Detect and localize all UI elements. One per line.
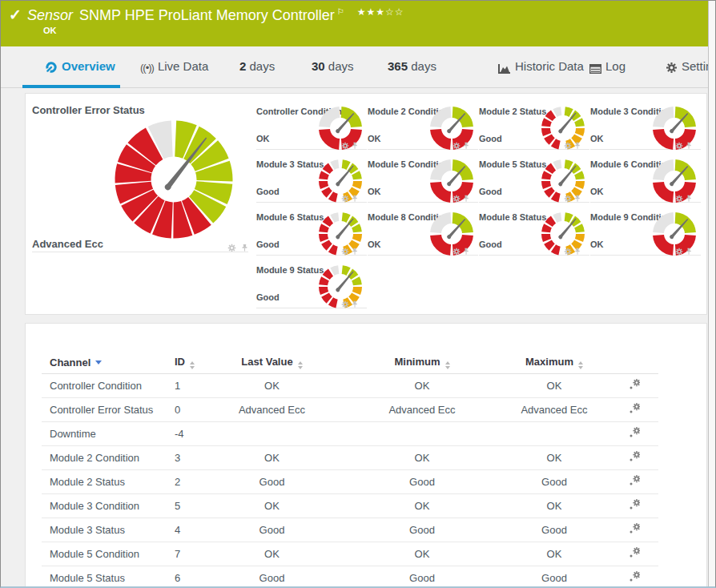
cell-minimum: Advanced Ecc bbox=[346, 398, 498, 422]
pin-icon[interactable] bbox=[351, 297, 360, 307]
pin-icon[interactable] bbox=[351, 244, 360, 254]
gauge-cell: Module 5 ConditionOK bbox=[368, 150, 478, 203]
wrench-icon[interactable] bbox=[629, 451, 640, 465]
gear-icon[interactable] bbox=[564, 191, 573, 201]
gear-icon[interactable] bbox=[564, 244, 573, 254]
pin-icon[interactable] bbox=[462, 139, 472, 148]
cell-spacer bbox=[322, 566, 346, 588]
gauge-cell: Module 2 StatusGood bbox=[479, 97, 589, 150]
pin-icon[interactable] bbox=[685, 191, 694, 201]
pin-icon[interactable] bbox=[685, 139, 694, 148]
cell-last-value: Good bbox=[222, 470, 322, 494]
sort-icon bbox=[190, 361, 195, 369]
priority-stars[interactable]: ★★★☆☆ bbox=[357, 6, 404, 18]
prtg-window: ✓ SensorSNMP HPE ProLiant Memory Control… bbox=[0, 0, 716, 588]
cell-maximum: Good bbox=[498, 518, 610, 542]
cell-maximum bbox=[498, 422, 610, 446]
tab-2-days[interactable]: 2 days bbox=[239, 59, 275, 73]
gear-icon[interactable] bbox=[341, 297, 351, 307]
gear-icon[interactable] bbox=[453, 244, 462, 254]
tab-overview[interactable]: Overview bbox=[45, 59, 115, 76]
cell-channel: Downtime bbox=[42, 422, 174, 446]
cell-minimum: OK bbox=[346, 494, 498, 518]
wrench-icon[interactable] bbox=[629, 523, 640, 537]
gear-icon bbox=[666, 62, 678, 76]
table-row: Module 2 Status2GoodGoodGood bbox=[42, 470, 658, 494]
cell-last-value: Good bbox=[222, 566, 322, 588]
sort-icon bbox=[298, 361, 303, 369]
wrench-icon[interactable] bbox=[629, 427, 640, 441]
pin-icon[interactable] bbox=[573, 244, 583, 254]
sort-icon bbox=[445, 361, 450, 369]
gear-icon[interactable] bbox=[453, 191, 462, 201]
gear-icon[interactable] bbox=[341, 139, 351, 148]
gauge-cell-title: Module 3 Status bbox=[256, 159, 324, 169]
table-row: Controller Error Status0Advanced EccAdva… bbox=[42, 398, 658, 422]
gear-icon[interactable] bbox=[453, 139, 462, 148]
cell-channel: Module 3 Status bbox=[42, 518, 174, 542]
table-row: Module 5 Condition7OKOKOK bbox=[42, 542, 658, 566]
cell-spacer bbox=[322, 542, 346, 566]
gear-icon[interactable] bbox=[675, 244, 685, 254]
gear-icon[interactable] bbox=[227, 241, 237, 251]
gauge-cell-value: Good bbox=[479, 240, 502, 249]
gauge-cell-title: Module 5 Status bbox=[479, 159, 546, 169]
cell-spacer bbox=[322, 470, 346, 494]
cell-spacer bbox=[322, 374, 346, 398]
cell-maximum: OK bbox=[498, 374, 610, 398]
tab-live-data[interactable]: ((•))Live Data bbox=[140, 59, 208, 75]
col-header-id[interactable]: ID bbox=[174, 351, 222, 374]
wrench-icon[interactable] bbox=[629, 571, 640, 585]
sensor-kind-label: Sensor bbox=[27, 7, 73, 23]
cell-spacer bbox=[322, 446, 346, 470]
gauge-cell-title: Module 9 Status bbox=[256, 265, 324, 275]
gauge-cell-title: Module 6 Status bbox=[256, 212, 324, 222]
pin-icon[interactable] bbox=[351, 139, 360, 148]
pin-icon[interactable] bbox=[240, 241, 250, 251]
cell-minimum bbox=[346, 422, 498, 446]
pin-icon[interactable] bbox=[462, 191, 472, 201]
col-header-maximum[interactable]: Maximum bbox=[498, 351, 610, 374]
cell-id: 1 bbox=[174, 374, 222, 398]
gear-icon[interactable] bbox=[341, 244, 351, 254]
table-row: Module 2 Condition3OKOKOK bbox=[42, 446, 658, 470]
sort-icon bbox=[578, 361, 583, 369]
overview-gauges-panel: Controller Error Status Advanced Ecc Con… bbox=[25, 93, 707, 315]
cell-last-value bbox=[222, 422, 322, 446]
tab-365-days[interactable]: 365 days bbox=[388, 59, 436, 73]
tab-30-days[interactable]: 30 days bbox=[312, 59, 354, 73]
gear-icon[interactable] bbox=[564, 139, 573, 148]
pin-icon[interactable] bbox=[685, 244, 694, 254]
pin-icon[interactable] bbox=[573, 191, 583, 201]
tab-historic-data[interactable]: Historic Data bbox=[498, 59, 584, 76]
pin-icon[interactable] bbox=[351, 191, 360, 201]
gear-icon[interactable] bbox=[675, 139, 685, 148]
gauge-cell-value: OK bbox=[590, 187, 604, 196]
col-header-minimum[interactable]: Minimum bbox=[346, 351, 498, 374]
cell-spacer bbox=[322, 518, 346, 542]
wrench-icon[interactable] bbox=[629, 379, 640, 393]
wrench-icon[interactable] bbox=[629, 475, 640, 489]
pin-icon[interactable] bbox=[573, 139, 583, 148]
cell-channel: Module 2 Status bbox=[42, 470, 174, 494]
gauge-cell: Module 6 StatusGood bbox=[256, 203, 367, 256]
cell-maximum: Good bbox=[498, 470, 610, 494]
pin-icon[interactable] bbox=[462, 244, 472, 254]
wrench-icon[interactable] bbox=[629, 403, 640, 417]
col-header-last-value[interactable]: Last Value bbox=[222, 351, 322, 374]
wrench-icon[interactable] bbox=[629, 499, 640, 513]
gear-icon[interactable] bbox=[341, 191, 351, 201]
cell-channel: Module 3 Condition bbox=[42, 494, 174, 518]
status-badge: OK bbox=[43, 26, 57, 35]
cell-minimum: OK bbox=[346, 542, 498, 566]
wrench-icon[interactable] bbox=[629, 547, 640, 561]
controller-error-status-gauge bbox=[106, 111, 242, 248]
gear-icon[interactable] bbox=[675, 191, 685, 201]
tab-log[interactable]: Log bbox=[589, 59, 625, 76]
cell-minimum: Good bbox=[346, 518, 498, 542]
sensor-header: ✓ SensorSNMP HPE ProLiant Memory Control… bbox=[1, 1, 710, 46]
gauge-cell-value: OK bbox=[256, 134, 270, 143]
cell-id: 0 bbox=[174, 398, 222, 422]
cell-id: 4 bbox=[174, 518, 222, 542]
col-header-channel[interactable]: Channel bbox=[42, 351, 174, 374]
